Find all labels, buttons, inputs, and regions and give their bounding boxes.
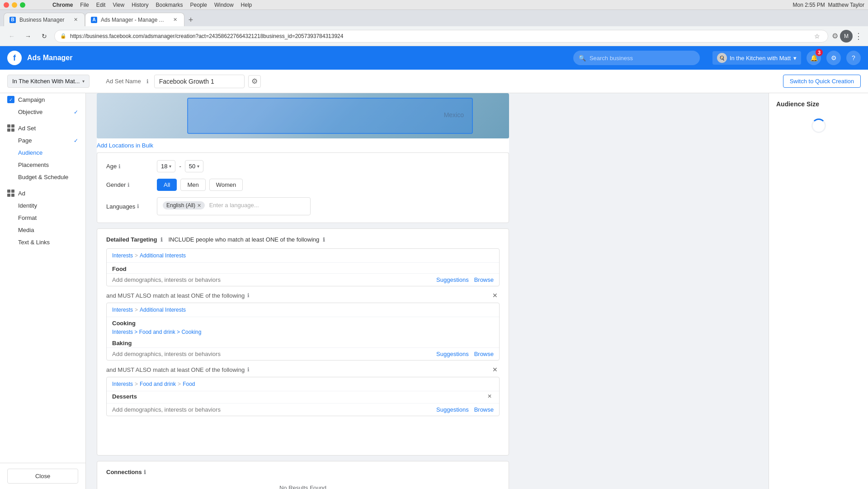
targeting-add-input-1[interactable] [112,276,436,283]
browse-link-3[interactable]: Browse [474,406,494,413]
mac-menu-chrome[interactable]: Chrome [52,2,73,8]
sidebar-item-placements[interactable]: Placements [0,159,85,171]
detailed-targeting-info-icon[interactable]: ℹ [160,237,163,243]
gender-btn-men[interactable]: Men [180,179,205,191]
sidebar-item-budget-schedule[interactable]: Budget & Schedule [0,171,85,183]
age-from-dropdown[interactable]: 18 ▾ [157,160,175,172]
targeting-add-input-2[interactable] [112,351,436,357]
gender-btn-all[interactable]: All [157,179,177,191]
targeting-breadcrumb-interests-2[interactable]: Interests [112,307,133,313]
age-to-select: 50 ▾ [185,160,203,172]
sidebar-item-objective[interactable]: Objective ✓ [0,106,85,118]
sidebar-objective-label: Objective [18,109,70,115]
close-button[interactable]: Close [7,469,78,484]
address-bar[interactable]: 🔒 https://business.facebook.com/adsmanag… [54,30,828,43]
profile-icon[interactable]: M [840,30,853,43]
and-also-info-icon-3[interactable]: ℹ [247,366,250,373]
suggestions-link-1[interactable]: Suggestions [436,276,469,283]
targeting-breadcrumb-interests-3[interactable]: Interests [112,381,133,387]
chrome-menu-icon[interactable]: ⋮ [854,31,863,41]
help-btn[interactable]: ? [846,51,861,65]
close-window-btn[interactable] [4,2,9,8]
age-info-icon[interactable]: ℹ [118,163,121,170]
tab-business-manager[interactable]: B Business Manager ✕ [4,13,85,26]
languages-info-icon[interactable]: ℹ [137,203,139,209]
ad-set-name-input-group: ⚙ [154,75,261,88]
targeting-empty-space [106,421,500,448]
audience-size-spinner [811,119,826,133]
sidebar-footer: Close [0,463,85,489]
sep-1: > [135,252,138,259]
gender-info-icon[interactable]: ℹ [127,182,130,188]
sidebar-item-media[interactable]: Media [0,224,85,236]
reload-button[interactable]: ↻ [38,30,51,43]
detailed-targeting-desc-info-icon[interactable]: ℹ [323,237,325,243]
account-selector[interactable]: In The Kitchen With Mat... ▾ [7,75,90,88]
cooking-breadcrumb-row: Interests > Food and drink > Cooking [107,328,499,337]
sidebar-item-text-links[interactable]: Text & Links [0,236,85,248]
suggestions-link-3[interactable]: Suggestions [436,406,469,413]
gender-btn-women[interactable]: Women [209,179,243,191]
tab-close-business[interactable]: ✕ [72,16,79,24]
sidebar-item-campaign[interactable]: ✓ Campaign [0,93,85,106]
language-input[interactable] [209,202,273,209]
sidebar-item-ad[interactable]: Ad [0,187,85,199]
extensions-icon[interactable]: ⚙ [832,32,838,40]
sidebar-item-audience[interactable]: Audience [0,147,85,159]
mac-menu-window[interactable]: Window [214,2,234,8]
targeting-breadcrumb-food[interactable]: Food [183,381,195,387]
ad-set-name-field[interactable] [154,75,245,88]
tab-close-ads[interactable]: ✕ [171,16,179,24]
back-button[interactable]: ← [5,30,18,43]
new-tab-button[interactable]: + [184,14,197,26]
sidebar-item-format[interactable]: Format [0,212,85,224]
tab-ads-manager[interactable]: A Ads Manager - Manage Ads -... ✕ [85,13,184,26]
ad-set-name-info-icon[interactable]: ℹ [146,78,149,85]
mac-menu-bookmarks[interactable]: Bookmarks [156,2,183,8]
mac-menu-people[interactable]: People [190,2,207,8]
and-also-close-2[interactable]: ✕ [491,291,500,300]
mac-menu-history[interactable]: History [132,2,148,8]
browse-link-1[interactable]: Browse [474,276,494,283]
minimize-window-btn[interactable] [12,2,17,8]
notifications-btn[interactable]: 🔔 3 [807,51,821,65]
targeting-breadcrumb-additional-2[interactable]: Additional Interests [140,307,186,313]
suggestions-link-2[interactable]: Suggestions [436,351,469,357]
forward-button[interactable]: → [22,30,34,43]
content-inner: Mexico Cut Add Locations in Bulk Age ℹ [86,93,520,489]
add-locations-bulk-link[interactable]: Add Locations in Bulk [97,142,153,149]
settings-btn[interactable]: ⚙ [826,51,841,65]
search-input[interactable] [590,55,694,62]
bookmark-icon[interactable]: ☆ [811,31,822,42]
age-to-dropdown[interactable]: 50 ▾ [185,160,203,172]
targeting-breadcrumb-additional-1[interactable]: Additional Interests [140,252,186,259]
mac-menu-help[interactable]: Help [241,2,252,8]
sidebar-item-identity[interactable]: Identity [0,199,85,212]
and-also-info-icon-2[interactable]: ℹ [247,292,250,299]
mac-menu-file[interactable]: File [80,2,89,8]
business-selector[interactable]: 🍳 In the Kitchen with Matt ▾ [712,51,801,65]
macos-clock: Mon 2:55 PM Matthew Taylor [793,2,864,8]
targeting-breadcrumb-interests-1[interactable]: Interests [112,252,133,259]
quick-creation-button[interactable]: Switch to Quick Creation [783,75,861,88]
mac-menu-edit[interactable]: Edit [96,2,106,8]
age-row: Age ℹ 18 ▾ - 50 [106,160,500,172]
ad-set-settings-btn[interactable]: ⚙ [248,75,261,88]
language-tag-remove[interactable]: ✕ [197,203,201,209]
targeting-add-input-3[interactable] [112,406,436,413]
desserts-remove-btn[interactable]: ✕ [486,392,494,400]
targeting-breadcrumb-food-drink[interactable]: Food and drink [140,381,176,387]
fullscreen-window-btn[interactable] [20,2,25,8]
cooking-breadcrumb: Interests > Food and drink > Cooking [112,329,201,335]
connections-info-icon[interactable]: ℹ [144,469,146,475]
mac-menu-view[interactable]: View [113,2,124,8]
sidebar-item-adset[interactable]: Ad Set [0,122,85,134]
fb-search-box[interactable]: 🔍 [573,51,700,65]
sidebar-item-page[interactable]: Page ✓ [0,134,85,147]
languages-box[interactable]: English (All) ✕ [157,197,311,215]
and-also-close-3[interactable]: ✕ [491,365,500,374]
age-from-select: 18 ▾ [157,160,175,172]
tab-favicon-business: B [9,17,16,23]
browse-link-2[interactable]: Browse [474,351,494,357]
targeting-add-links-1: Suggestions Browse [436,276,494,283]
